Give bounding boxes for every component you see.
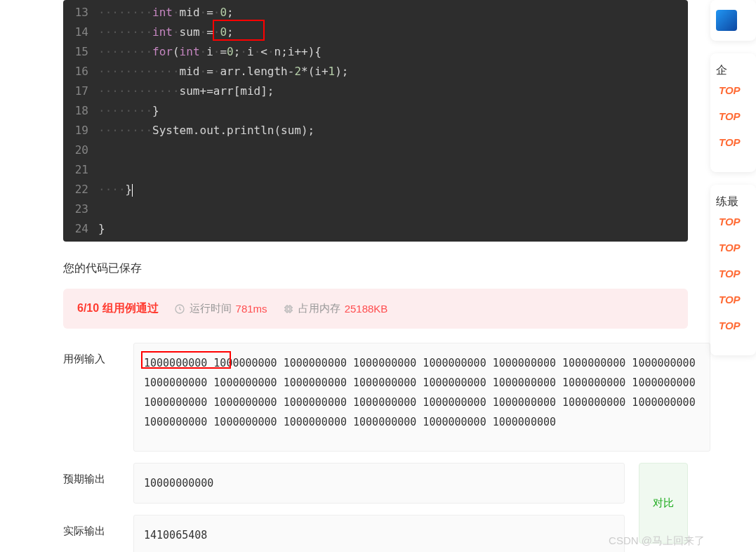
top-item[interactable]: TOP <box>719 216 750 228</box>
line-number: 23 <box>63 199 98 219</box>
compare-button[interactable]: 对比 <box>639 463 688 544</box>
code-text: ············mid·=·arr.length-2*(i+1); <box>98 62 348 81</box>
test-input-value: 1000000000 1000000000 1000000000 1000000… <box>144 357 696 428</box>
clock-icon <box>174 303 185 315</box>
code-text: ········} <box>98 101 159 121</box>
expected-value: 10000000000 <box>144 477 213 489</box>
code-line[interactable]: 22····} <box>63 180 688 199</box>
code-line[interactable]: 23 <box>63 199 688 219</box>
line-number: 15 <box>63 42 98 62</box>
code-text: ········System.out.println(sum); <box>98 121 314 140</box>
sidebar-card-top <box>710 0 756 41</box>
actual-output-box: 1410065408 <box>133 515 625 552</box>
code-line[interactable]: 17············sum+=arr[mid]; <box>63 81 688 101</box>
top-item[interactable]: TOP <box>719 110 750 122</box>
text-cursor <box>132 184 133 197</box>
expected-label: 预期输出 <box>63 463 133 504</box>
code-text: ············sum+=arr[mid]; <box>98 81 274 101</box>
code-line[interactable]: 15········for(int·i·=0;·i·<·n;i++){ <box>63 42 688 62</box>
line-number: 13 <box>63 3 98 22</box>
practice-title: 练最 <box>716 195 750 209</box>
code-line[interactable]: 20 <box>63 140 688 160</box>
line-number: 19 <box>63 121 98 140</box>
code-line[interactable]: 13········int·mid·=·0; <box>63 3 688 22</box>
line-number: 21 <box>63 160 98 180</box>
top-item[interactable]: TOP <box>719 268 750 280</box>
code-editor[interactable]: 13········int·mid·=·0;14········int·sum·… <box>63 0 688 242</box>
top-item[interactable]: TOP <box>719 320 750 331</box>
saved-message: 您的代码已保存 <box>63 261 710 276</box>
blue-square-icon <box>716 10 737 31</box>
line-number: 14 <box>63 22 98 42</box>
svg-rect-2 <box>287 308 290 310</box>
line-number: 17 <box>63 81 98 101</box>
svg-rect-1 <box>286 306 291 312</box>
chip-icon <box>283 303 294 315</box>
company-title: 企 <box>716 63 750 78</box>
code-text: } <box>98 219 105 239</box>
code-line[interactable]: 16············mid·=·arr.length-2*(i+1); <box>63 62 688 81</box>
top-item[interactable]: TOP <box>719 294 750 305</box>
code-line[interactable]: 24} <box>63 219 688 239</box>
line-number: 16 <box>63 62 98 81</box>
runtime-metric: 运行时间 781ms <box>174 302 267 315</box>
actual-label: 实际输出 <box>63 515 133 552</box>
line-number: 18 <box>63 101 98 121</box>
expected-output-box: 10000000000 <box>133 463 625 504</box>
code-text: ········for(int·i·=0;·i·<·n;i++){ <box>98 42 321 62</box>
input-label: 用例输入 <box>63 343 133 452</box>
sidebar-card-company[interactable]: 企 TOPTOPTOP <box>710 53 756 172</box>
sidebar: 企 TOPTOPTOP 练最 TOPTOPTOPTOPTOP <box>710 0 756 552</box>
result-banner: 6/10 组用例通过 运行时间 781ms 占用内存 25188KB <box>63 289 688 329</box>
code-line[interactable]: 19········System.out.println(sum); <box>63 121 688 140</box>
top-item[interactable]: TOP <box>719 84 750 96</box>
code-line[interactable]: 21 <box>63 160 688 180</box>
runtime-label: 运行时间 <box>190 302 232 315</box>
watermark: CSDN @马上回来了 <box>609 534 705 548</box>
code-line[interactable]: 14········int·sum·=·0; <box>63 22 688 42</box>
code-line[interactable]: 18········} <box>63 101 688 121</box>
pass-count: 6/10 组用例通过 <box>77 301 159 316</box>
runtime-value: 781ms <box>236 303 267 315</box>
code-text: ········int·sum·=·0; <box>98 22 234 42</box>
line-number: 22 <box>63 180 98 199</box>
memory-value: 25188KB <box>345 303 388 315</box>
memory-label: 占用内存 <box>298 302 340 315</box>
sidebar-card-practice[interactable]: 练最 TOPTOPTOPTOPTOP <box>710 185 756 355</box>
memory-metric: 占用内存 25188KB <box>283 302 388 315</box>
code-text: ········int·mid·=·0; <box>98 3 234 22</box>
top-item[interactable]: TOP <box>719 242 750 254</box>
actual-value: 1410065408 <box>144 529 207 541</box>
top-item[interactable]: TOP <box>719 136 750 148</box>
line-number: 24 <box>63 219 98 239</box>
main-content: 13········int·mid·=·0;14········int·sum·… <box>0 0 710 552</box>
line-number: 20 <box>63 140 98 160</box>
test-input-box[interactable]: 1000000000 1000000000 1000000000 1000000… <box>133 343 710 452</box>
code-text: ····} <box>98 180 133 199</box>
